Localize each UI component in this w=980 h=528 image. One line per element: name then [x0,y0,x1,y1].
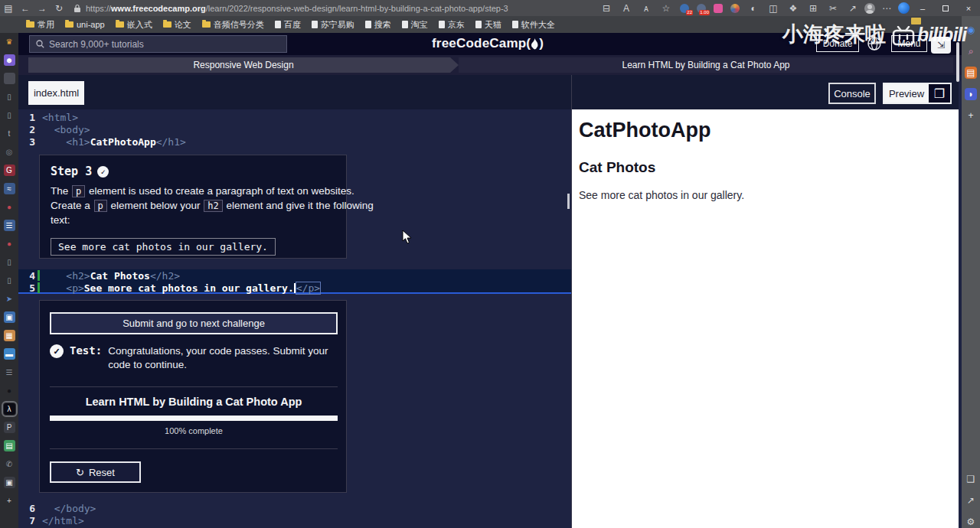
bookmark-item[interactable]: 搜索 [365,19,391,31]
grid-app-icon[interactable]: ▦ [4,330,15,341]
code-editor[interactable]: 1<html>2 <body>3 <h1>CatPhotoApp</h1> [18,111,571,148]
shopping-icon[interactable]: ▤ [965,67,977,79]
t-app-icon[interactable]: t [4,128,15,139]
whale-icon[interactable]: ≈ [4,183,15,194]
floating-extension-icon[interactable]: ⇲ [931,37,951,54]
bookmark-item[interactable]: 嵌入式 [116,19,152,31]
red-dot-icon[interactable]: ● [4,238,15,249]
document-icon[interactable]: ▯ [4,91,15,103]
reading-list-icon[interactable]: ❑ [965,473,977,485]
split-screen-icon[interactable]: ⊟ [598,3,615,14]
bookmark-item[interactable]: uni-app [65,20,105,29]
donate-button[interactable]: Donate [816,35,859,52]
tab-index-html[interactable]: index.html [28,81,84,105]
code-editor[interactable]: 4 <h2>Cat Photos</h2>5 <p>See more cat p… [18,269,571,294]
phone-icon[interactable]: ✆ [4,458,15,470]
code-line[interactable]: 1<html> [18,111,571,123]
document-icon[interactable]: ▯ [4,109,15,121]
code-line[interactable]: 2 <body> [18,123,571,135]
list-icon[interactable]: ☰ [4,220,15,231]
page-icon [365,21,371,28]
code-editor[interactable]: 6 </body>7</html> [18,502,571,526]
blue-app-icon[interactable]: ▣ [4,311,15,323]
extension-icon[interactable] [711,2,725,15]
share-icon[interactable]: ↗ [844,3,861,14]
bookmark-item[interactable]: 音频信号分类 [202,19,264,31]
menu-button[interactable]: Menu [891,35,927,52]
dark-circle-icon[interactable]: ● [4,385,15,396]
folder-icon [163,21,172,28]
bookmark-item[interactable]: 淘宝 [402,19,428,31]
document-icon[interactable]: ▯ [4,256,15,268]
collections-icon[interactable]: ❖ [785,3,802,14]
bookmark-item[interactable]: 天猫 [475,19,501,31]
bookmark-item[interactable]: 百度 [275,19,301,31]
plane-icon[interactable]: ➤ [4,293,15,305]
plus-icon[interactable]: + [4,495,15,507]
search-icon[interactable]: ⌕ [965,45,977,57]
vertical-tabs-icon[interactable]: ▤ [0,3,17,14]
close-button[interactable]: × [959,2,978,15]
back-icon[interactable]: ← [17,3,34,14]
web-capture-icon[interactable]: ✂ [825,3,841,14]
app-icon[interactable] [4,73,15,84]
bookmark-item[interactable]: 京东 [439,19,465,31]
page-scrollbar[interactable] [956,42,959,82]
green-card-icon[interactable]: ▤ [4,440,15,451]
read-aloud-icon[interactable]: A [618,3,635,14]
bing-copilot-icon[interactable] [898,2,910,14]
console-button[interactable]: Console [828,83,876,104]
extension-icon[interactable]: 22 [678,2,691,15]
ghost-icon[interactable]: ◎ [4,146,15,158]
minimize-button[interactable]: – [913,2,933,15]
bell-icon[interactable]: ◉ [965,24,977,36]
translate-icon[interactable]: ᴀ [638,3,655,14]
add-icon[interactable]: + [965,109,977,122]
g-app-icon[interactable]: G [4,165,15,176]
editor-scrollbar[interactable] [567,194,570,209]
red-dot-icon[interactable]: ● [4,201,15,213]
globe-icon[interactable] [867,36,882,51]
blue-app-icon[interactable]: ▬ [4,348,15,360]
code-line[interactable]: 3 <h1>CatPhotoApp</h1> [18,135,571,148]
profile-avatar[interactable] [864,3,875,14]
extension-icon[interactable] [728,2,742,15]
preview-paragraph: See more cat photos in our gallery. [579,189,952,201]
extensions-puzzle-icon[interactable]: ⊞ [805,3,822,14]
bookmark-item[interactable]: 苏宁易购 [312,19,354,31]
discord-icon[interactable]: ☻ [4,54,15,66]
breadcrumb-superblock[interactable]: Responsive Web Design [28,57,459,73]
bookmark-item[interactable]: 常用 [26,19,54,31]
breadcrumb-block[interactable]: Learn HTML by Building a Cat Photo App [459,57,953,73]
settings-gear-icon[interactable]: ⚙ [965,516,977,528]
bars-icon[interactable]: ☰ [4,367,15,378]
open-external-icon[interactable]: ↗ [965,494,977,507]
preview-button[interactable]: Preview [884,84,929,103]
split-window-icon[interactable]: ◫ [765,3,782,14]
camera-icon[interactable]: ▣ [4,477,15,488]
search-input[interactable]: Search 9,000+ tutorials [29,35,287,53]
reset-button[interactable]: ↻ Reset [50,461,141,483]
submit-button[interactable]: Submit and go to next challenge [50,312,338,334]
bing-discover-icon[interactable]: ◗ [965,88,977,100]
bookmark-item[interactable]: 软件大全 [512,19,555,31]
extension-icon[interactable]: 1.00 [694,2,708,15]
bookmark-item[interactable]: 论文 [163,19,191,31]
refresh-icon[interactable]: ↻ [51,3,67,14]
code-line[interactable]: 6 </body> [18,502,571,514]
pop-out-icon[interactable]: ❐ [929,84,950,103]
dark-mode-icon[interactable]: ◐ [745,3,762,14]
document-icon[interactable]: ▯ [4,275,15,286]
p-app-icon[interactable]: P [4,422,15,433]
more-menu-icon[interactable]: ⋯ [878,3,895,14]
address-bar[interactable]: https://www.freecodecamp.org/learn/2022/… [86,4,508,13]
code-line[interactable]: 5 <p>See more cat photos in our gallery.… [18,282,571,294]
code-line[interactable]: 7</html> [18,514,571,526]
crown-icon[interactable]: ♛ [4,36,15,47]
favorite-star-icon[interactable]: ☆ [658,3,675,14]
freecodecamp-icon[interactable]: λ [4,403,15,415]
restore-button[interactable] [936,2,956,15]
code-line[interactable]: 4 <h2>Cat Photos</h2> [18,269,571,282]
forward-icon[interactable]: → [34,3,51,14]
folder-icon [202,21,211,28]
